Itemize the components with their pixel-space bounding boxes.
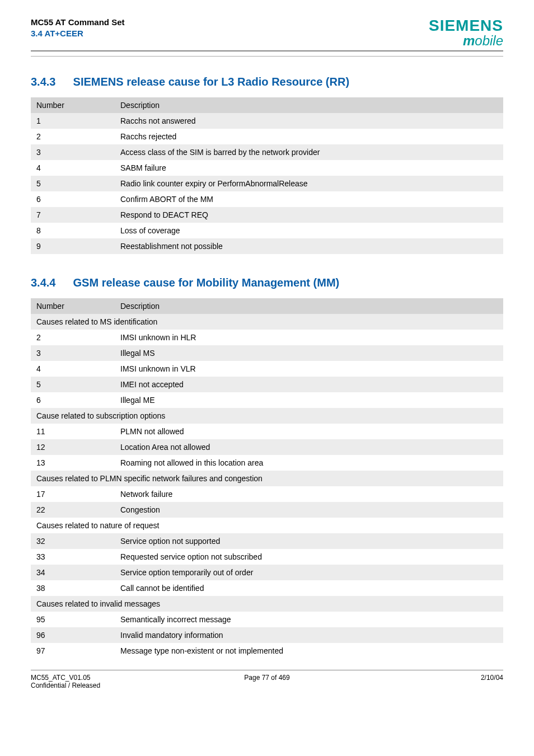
cell-description: IMEI not accepted [115,377,503,392]
cell-description: IMSI unknown in HLR [115,330,503,345]
table-row: 4SABM failure [31,160,503,176]
cell-number: 3 [31,345,115,361]
cell-description: Reestablishment not possible [115,238,503,254]
siemens-logo: SIEMENS [429,17,503,35]
cell-number: 33 [31,549,115,565]
footer-confidential: Confidential / Released [31,682,100,689]
footer-page: Page 77 of 469 [188,674,345,689]
cell-number: 22 [31,502,115,518]
cell-number: 3 [31,144,115,160]
cell-number: 6 [31,392,115,408]
table-row: 17Network failure [31,486,503,502]
table-row: 3Access class of the SIM is barred by th… [31,144,503,160]
table-row: 5IMEI not accepted [31,377,503,392]
table-row: 32Service option not supported [31,533,503,549]
table-row: 38Call cannot be identified [31,580,503,596]
cell-description: Call cannot be identified [115,580,503,596]
cell-number: 96 [31,627,115,643]
cell-description: Radio link counter expiry or PerformAbno… [115,176,503,191]
cell-description: Racchs rejected [115,129,503,144]
table-group-row: Causes related to nature of request [31,518,503,533]
cell-number: 13 [31,455,115,471]
cell-number: 34 [31,565,115,580]
cell-number: 38 [31,580,115,596]
table-343-col-number: Number [31,97,115,113]
footer-version: MC55_ATC_V01.05 [31,674,91,682]
cell-number: 95 [31,612,115,627]
table-row: 97Message type non-existent or not imple… [31,643,503,659]
table-row: 5Radio link counter expiry or PerformAbn… [31,176,503,191]
footer-left: MC55_ATC_V01.05 Confidential / Released [31,674,188,689]
table-343-col-description: Description [115,97,503,113]
cell-description: Loss of coverage [115,223,503,238]
cell-description: Illegal ME [115,392,503,408]
group-label: Causes related to MS identification [31,314,503,330]
cell-number: 2 [31,330,115,345]
cell-number: 32 [31,533,115,549]
group-label: Cause related to subscription options [31,408,503,424]
group-label: Causes related to invalid messages [31,596,503,612]
doc-section: 3.4 AT+CEER [31,28,125,39]
cell-description: Illegal MS [115,345,503,361]
cell-description: Congestion [115,502,503,518]
section-344-heading: 3.4.4 GSM release cause for Mobility Man… [31,276,503,289]
table-344-col-number: Number [31,298,115,314]
cell-number: 6 [31,191,115,207]
cell-description: PLMN not allowed [115,424,503,439]
group-label: Causes related to PLMN specific network … [31,471,503,486]
table-group-row: Causes related to MS identification [31,314,503,330]
mobile-logo: mobile [429,35,503,47]
table-344-col-description: Description [115,298,503,314]
table-row: 6Confirm ABORT of the MM [31,191,503,207]
cell-description: Respond to DEACT REQ [115,207,503,223]
table-row: 8Loss of coverage [31,223,503,238]
footer-date: 2/10/04 [346,674,503,689]
table-row: 95Semantically incorrect message [31,612,503,627]
table-row: 22Congestion [31,502,503,518]
table-row: 11PLMN not allowed [31,424,503,439]
cell-description: Message type non-existent or not impleme… [115,643,503,659]
table-row: 13Roaming not allowed in this location a… [31,455,503,471]
cell-number: 5 [31,176,115,191]
cell-number: 5 [31,377,115,392]
table-row: 33Requested service option not subscribe… [31,549,503,565]
table-row: 9Reestablishment not possible [31,238,503,254]
cell-number: 97 [31,643,115,659]
section-343-title: SIEMENS release cause for L3 Radio Resou… [73,76,350,88]
cell-description: Racchs not answered [115,113,503,129]
table-row: 96Invalid mandatory information [31,627,503,643]
cell-number: 17 [31,486,115,502]
cell-description: Service option not supported [115,533,503,549]
table-group-row: Cause related to subscription options [31,408,503,424]
header-left: MC55 AT Command Set 3.4 AT+CEER [31,17,125,40]
mobile-logo-rest: obile [475,33,503,48]
cell-description: Network failure [115,486,503,502]
table-row: 12Location Area not allowed [31,439,503,455]
cell-number: 11 [31,424,115,439]
cell-number: 12 [31,439,115,455]
table-group-row: Causes related to PLMN specific network … [31,471,503,486]
doc-title: MC55 AT Command Set [31,17,125,28]
table-row: 7Respond to DEACT REQ [31,207,503,223]
section-343-number: 3.4.3 [31,76,70,88]
table-row: 4IMSI unknown in VLR [31,361,503,377]
table-row: 34Service option temporarily out of orde… [31,565,503,580]
cell-description: Confirm ABORT of the MM [115,191,503,207]
section-344-number: 3.4.4 [31,276,70,289]
page-footer: MC55_ATC_V01.05 Confidential / Released … [31,670,503,689]
cell-number: 4 [31,361,115,377]
mobile-logo-m: m [463,33,475,48]
cell-description: Invalid mandatory information [115,627,503,643]
table-row: 6Illegal ME [31,392,503,408]
header-rule [31,56,503,57]
group-label: Causes related to nature of request [31,518,503,533]
cell-number: 1 [31,113,115,129]
table-343: Number Description 1Racchs not answered2… [31,97,503,254]
page-header: MC55 AT Command Set 3.4 AT+CEER SIEMENS … [31,17,503,51]
section-343-heading: 3.4.3 SIEMENS release cause for L3 Radio… [31,76,503,88]
table-row: 3Illegal MS [31,345,503,361]
table-row: 2IMSI unknown in HLR [31,330,503,345]
table-row: 2Racchs rejected [31,129,503,144]
table-row: 1Racchs not answered [31,113,503,129]
cell-description: Location Area not allowed [115,439,503,455]
